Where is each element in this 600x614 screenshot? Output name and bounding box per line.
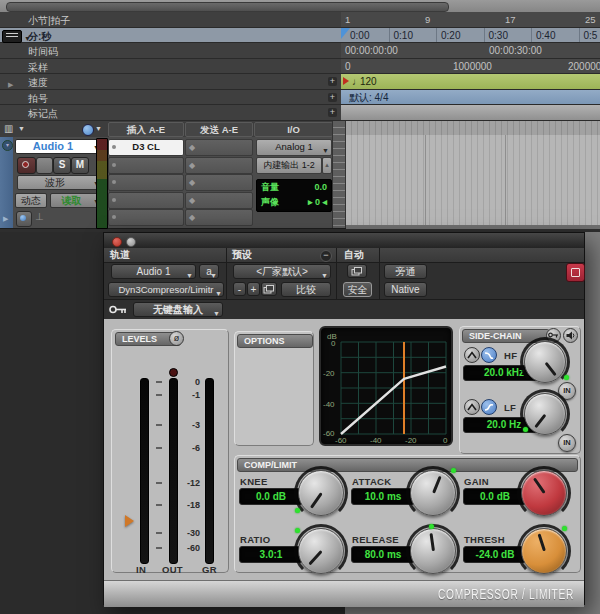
preset-decrement-button[interactable]: -	[233, 282, 246, 296]
track-collapse-icon[interactable]: ▾	[2, 140, 13, 151]
comp-limit-panel: COMP/LIMIT KNEE 0.0 dB ATTACK 10.0 ms GA…	[234, 455, 581, 573]
insert-plugin-name: D3 CL	[132, 141, 159, 152]
lf-shelf-filter-icon[interactable]	[481, 399, 497, 415]
ratio-knob[interactable]	[298, 528, 344, 574]
tempo-event-marker[interactable]	[343, 77, 349, 85]
hf-shelf-filter-icon[interactable]	[481, 347, 497, 363]
track-height-scale[interactable]	[332, 121, 346, 228]
track-color-strip[interactable]: ▾ ▶	[0, 137, 13, 228]
attack-label: ATTACK	[352, 476, 391, 487]
lf-in-button[interactable]: IN	[558, 434, 576, 452]
record-enable-button[interactable]	[17, 157, 36, 174]
sends-column-header[interactable]: 发送 A-E	[185, 122, 253, 137]
track-expand-icon[interactable]: ▶	[3, 215, 8, 223]
timecode-tick: 00:00:00:00	[345, 43, 398, 58]
mute-button[interactable]: M	[71, 157, 89, 174]
track-view-selector-icon[interactable]: ▥	[4, 123, 13, 134]
insert-position-selector[interactable]: a ▼	[199, 264, 219, 279]
insert-slot-d[interactable]	[108, 192, 184, 209]
ruler-view-icon[interactable]	[2, 30, 22, 43]
ruler-meter[interactable]: 拍号 + 默认: 4/4	[0, 90, 600, 105]
timebase-clock-icon[interactable]	[82, 124, 94, 136]
track-name-field[interactable]: Audio 1 ▼	[15, 139, 103, 154]
inserts-column-header[interactable]: 插入 A-E	[108, 122, 184, 137]
insert-slot-a[interactable]: D3 CL	[108, 139, 184, 156]
send-slot-d[interactable]: ◆	[185, 192, 253, 209]
plugin-titlebar[interactable]	[104, 233, 584, 249]
minimize-window-icon[interactable]	[126, 237, 136, 247]
preset-copy-button[interactable]	[261, 282, 277, 296]
minsec-tick: 0:40	[531, 28, 579, 42]
input-monitor-button[interactable]	[36, 157, 53, 174]
release-knob[interactable]	[410, 528, 456, 574]
hf-frequency-knob[interactable]	[524, 341, 566, 383]
engine-type-button[interactable]: Native	[384, 282, 427, 297]
io-column-header[interactable]: I/O	[254, 122, 333, 137]
lf-peak-filter-icon[interactable]	[464, 399, 480, 415]
attack-knob[interactable]	[410, 470, 456, 516]
timecode-tick: 00:00:30:00	[489, 43, 542, 58]
ruler-timecode[interactable]: 时间码 00:00:00:00 00:00:30:00	[0, 43, 600, 59]
volume-pan-display[interactable]: 音量 0.0 声像 ▸ 0 ◂	[256, 179, 332, 212]
auto-enable-button[interactable]	[347, 264, 367, 278]
safe-button[interactable]: 安全	[343, 282, 372, 297]
compare-button[interactable]: 比较	[281, 282, 331, 297]
solo-button[interactable]: S	[53, 157, 71, 174]
target-button[interactable]	[566, 263, 585, 282]
ruler-samples[interactable]: 采样 0 1000000 2000000	[0, 59, 600, 74]
send-slot-e[interactable]: ◆	[185, 209, 253, 226]
ruler-markers[interactable]: 标记点 +	[0, 105, 600, 121]
automation-lane-button[interactable]: 动态	[15, 193, 47, 208]
hardware-output-selector[interactable]: 内建输出 1-2	[256, 157, 322, 174]
add-marker-button[interactable]: +	[328, 108, 337, 117]
bypass-button[interactable]: 旁通	[384, 264, 427, 279]
preset-selector[interactable]: <厂家默认> ▼	[233, 264, 331, 279]
add-tempo-button[interactable]: +	[328, 77, 337, 86]
pan-label: 声像	[261, 196, 279, 209]
target-square-icon	[571, 268, 580, 277]
insert-slot-c[interactable]	[108, 174, 184, 191]
track-playlist-lane[interactable]	[346, 135, 600, 225]
knee-knob-indicator	[295, 508, 300, 513]
threshold-arrow[interactable]	[125, 515, 134, 527]
side-chain-listen-icon[interactable]	[563, 328, 578, 343]
preset-increment-button[interactable]: +	[247, 282, 260, 296]
meter-scale: 0 -1 -3 -6 -12 -18 -30 -60	[174, 330, 200, 572]
plugin-main-panel: LEVELS ø 0 -1 -3	[104, 319, 584, 580]
send-slot-b[interactable]: ◆	[185, 157, 253, 174]
expand-arrow-icon[interactable]: ▶	[8, 77, 13, 90]
blue-dot-icon	[20, 215, 26, 221]
keyboard-focus-selector[interactable]: 无键盘输入 ▼	[133, 302, 223, 317]
insert-slot-b[interactable]	[108, 157, 184, 174]
insert-slot-e[interactable]	[108, 209, 184, 226]
chevron-down-icon[interactable]: ▼	[18, 125, 25, 132]
plugin-track-selector[interactable]: Audio 1 ▼	[111, 264, 196, 279]
hf-peak-filter-icon[interactable]	[464, 347, 480, 363]
knee-label: KNEE	[240, 476, 268, 487]
output-path-selector[interactable]: Analog 1 ▼	[256, 139, 332, 156]
elastic-audio-button[interactable]	[16, 211, 32, 227]
track-view-selector[interactable]: 波形 ▼	[17, 175, 103, 190]
automation-mode: 读取	[51, 194, 92, 207]
knee-knob[interactable]	[298, 470, 344, 516]
close-window-icon[interactable]	[112, 237, 122, 247]
send-slot-a[interactable]: ◆	[185, 139, 253, 156]
collapse-header-icon[interactable]: −	[320, 250, 332, 262]
svg-text:-60: -60	[335, 436, 347, 444]
gain-knob[interactable]	[521, 470, 567, 516]
ruler-tempo[interactable]: ▶ 速度 + ♩ 120	[0, 74, 600, 90]
ruler-minsec[interactable]: ▼ 分:秒 0:00 0:10 0:20 0:30 0:40 0:5	[0, 28, 600, 43]
send-slot-c[interactable]: ◆	[185, 174, 253, 191]
add-meter-button[interactable]: +	[328, 93, 337, 102]
scrollbar-thumb[interactable]	[6, 2, 449, 12]
thresh-knob[interactable]	[521, 528, 567, 574]
ruler-bars[interactable]: 小节|拍子 1 9 17 25	[0, 12, 600, 28]
freeze-icon[interactable]: ⊥	[35, 211, 44, 222]
chevron-down-icon[interactable]: ▼	[95, 125, 102, 132]
hardware-output: 内建输出 1-2	[263, 160, 315, 170]
output-meter-icon[interactable]: ▴	[322, 157, 332, 174]
options-panel: OPTIONS	[234, 331, 314, 446]
playhead-marker[interactable]	[341, 28, 350, 39]
lf-frequency-knob[interactable]	[524, 393, 566, 435]
plugin-selector[interactable]: Dyn3Compresor/Limitr ▼	[108, 282, 224, 297]
